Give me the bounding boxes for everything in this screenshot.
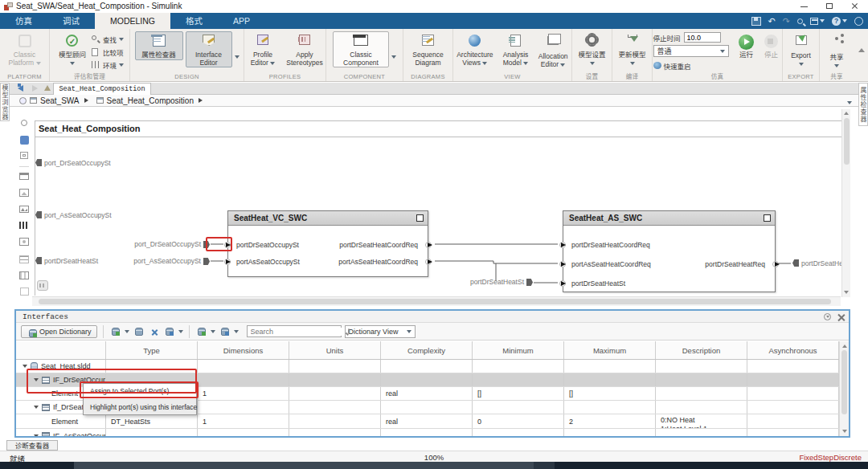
component-header[interactable]: SeatHeat_AS_SWC [563, 211, 775, 226]
table-vertical-scrollbar[interactable] [839, 341, 849, 436]
open-dictionary-button[interactable]: Open Dictionary [21, 325, 97, 338]
architecture-views-button[interactable]: ArchitectureViews [453, 31, 497, 67]
diagnostic-viewer-button[interactable]: 诊断查看器 [6, 440, 58, 451]
run-button[interactable]: 运行 [735, 31, 759, 60]
output-port-icon[interactable] [428, 259, 432, 264]
close-dictionary-button[interactable] [148, 325, 160, 337]
output-port-icon[interactable] [775, 262, 780, 267]
port-label[interactable]: portDrSeatOccupySt [236, 241, 299, 249]
model-settings-button[interactable]: 模型设置 [575, 31, 610, 67]
view-mode-select[interactable]: Dictionary View [345, 325, 416, 338]
breadcrumb-item-current[interactable]: Seat_Heat_Composition [107, 96, 194, 105]
column-header[interactable]: Complexity [381, 341, 473, 359]
port-label[interactable]: portDrSeatHeatSt [571, 279, 625, 288]
column-header[interactable]: Type [106, 341, 198, 359]
property-inspector-side-tab[interactable]: 属性检查器 [858, 83, 868, 126]
search-icon[interactable] [797, 18, 803, 24]
document-tab[interactable]: Seat_Heat_Composition [53, 83, 151, 95]
menu-item-highlight-port[interactable]: Highlight port(s) using this interface [84, 399, 196, 414]
design-dropdown-button[interactable] [235, 31, 240, 62]
analysis-model-button[interactable]: AnalysisModel [499, 31, 533, 67]
barcode-icon[interactable] [18, 222, 31, 233]
panel-close-icon[interactable] [837, 313, 845, 320]
canvas-vertical-scrollbar[interactable] [841, 109, 850, 297]
interface-editor-button[interactable]: InterfaceEditor [186, 31, 232, 67]
save-icon[interactable] [751, 17, 761, 26]
port-glyph[interactable] [35, 159, 42, 166]
diagram-canvas[interactable]: Seat_Heat_Composition port_DrSeatOccupyS… [10, 107, 858, 308]
snapshot-icon[interactable] [18, 238, 31, 249]
new-dictionary-button[interactable] [109, 325, 121, 337]
scope-icon[interactable] [18, 206, 31, 217]
port-glyph[interactable] [526, 279, 533, 286]
layout-menu-button[interactable] [810, 18, 825, 25]
profile-editor-button[interactable]: ProfileEditor [244, 31, 281, 67]
port-glyph[interactable] [203, 258, 210, 265]
image-icon[interactable] [18, 189, 31, 200]
stamp-icon[interactable] [18, 271, 31, 283]
port-label[interactable]: portAsSeatHeatCoordReq [571, 260, 651, 268]
search-input[interactable] [248, 328, 348, 336]
port-label[interactable]: portDrSeatHeatReq [705, 260, 765, 268]
component-block-vc[interactable]: SeatHeat_VC_SWC portDrSeatOccupySt portA… [227, 210, 428, 277]
port-label[interactable]: portDrSeatHeatCoordReq [571, 241, 650, 249]
column-header[interactable] [16, 341, 106, 359]
breadcrumb-dropdown-icon[interactable] [847, 93, 852, 108]
help-menu-button[interactable]: ? [832, 17, 847, 26]
port-glyph[interactable] [35, 257, 42, 264]
add-interface-button[interactable] [195, 325, 207, 337]
export-button[interactable]: Export [784, 31, 818, 68]
input-port-icon[interactable] [561, 262, 566, 267]
component-dropdown-button[interactable] [391, 31, 396, 62]
save-dictionary-button[interactable] [133, 325, 145, 337]
port-label[interactable]: portAsSeatOccupySt [236, 258, 300, 266]
apply-stereotypes-button[interactable]: ApplyStereotypes [284, 31, 326, 67]
area-icon[interactable] [18, 288, 31, 299]
column-header[interactable]: Dimensions [198, 341, 289, 359]
tab-app[interactable]: APP [218, 13, 265, 29]
tab-modeling[interactable]: MODELING [95, 13, 170, 29]
ext-input-label[interactable]: port_DrSeatOccupySt [121, 240, 201, 248]
input-port-icon[interactable] [561, 243, 566, 247]
subsystem-icon[interactable] [18, 152, 31, 163]
port-glyph[interactable] [35, 211, 42, 218]
input-port-icon[interactable] [226, 259, 231, 264]
close-button[interactable] [842, 0, 868, 12]
stop-time-input[interactable] [684, 32, 721, 43]
property-inspector-button[interactable]: 属性检查器 [135, 31, 183, 60]
boundary-port-label[interactable]: port_DrSeatOccupySt [44, 159, 111, 167]
model-browser-side-tab[interactable]: 模型浏览器 [0, 83, 10, 121]
sequence-diagram-button[interactable]: SequenceDiagram [406, 31, 451, 67]
back-icon[interactable] [18, 85, 26, 92]
component-block-as[interactable]: SeatHeat_AS_SWC portDrSeatHeatCoordReq p… [563, 210, 776, 292]
annotation-icon[interactable] [18, 173, 31, 184]
text-annotation-icon[interactable] [18, 255, 31, 267]
maximize-button[interactable] [817, 0, 842, 12]
simulation-mode-select[interactable]: 普通 [653, 45, 729, 57]
viewpoint-icon[interactable] [18, 136, 31, 147]
breadcrumb-item-root[interactable]: Seat_SWA [40, 96, 80, 105]
column-header[interactable]: Description [656, 341, 747, 359]
tab-debug[interactable]: 调试 [47, 13, 95, 29]
column-header[interactable]: Asynchronous [747, 341, 839, 359]
table-row[interactable]: IF_AsSeatOccup [16, 429, 839, 436]
model-advisor-button[interactable]: ✓ 模型顾问 [55, 31, 89, 67]
find-button[interactable]: 查找 [92, 33, 124, 45]
table-row[interactable]: Element DT_HeatSts 1 real 0 2 0:NO Heat1… [16, 414, 839, 429]
component-badge-icon[interactable] [416, 214, 424, 222]
boundary-port-label[interactable]: portDrSeatHeatSt [44, 257, 98, 265]
fast-restart-button[interactable]: 快速重启 [653, 59, 732, 71]
update-model-button[interactable]: 更新模型 [615, 31, 650, 67]
composition-title[interactable]: Seat_Heat_Composition [39, 124, 141, 133]
ribbon-collapse-icon[interactable] [858, 48, 865, 52]
undo-icon[interactable]: ↶ [768, 17, 776, 26]
classic-component-button[interactable]: ClassicComponent [333, 31, 389, 67]
interfaces-search[interactable] [247, 325, 342, 337]
component-header[interactable]: SeatHeat_VC_SWC [228, 211, 428, 226]
minimize-button[interactable] [791, 0, 817, 12]
port-label[interactable]: portDrSeatHeatCoordReq [339, 241, 418, 249]
port-label[interactable]: portAsSeatHeatCoordReq [338, 258, 418, 266]
tab-format[interactable]: 格式 [170, 13, 218, 29]
zoom-fit-icon[interactable] [18, 120, 31, 131]
column-header[interactable]: Units [289, 341, 381, 359]
